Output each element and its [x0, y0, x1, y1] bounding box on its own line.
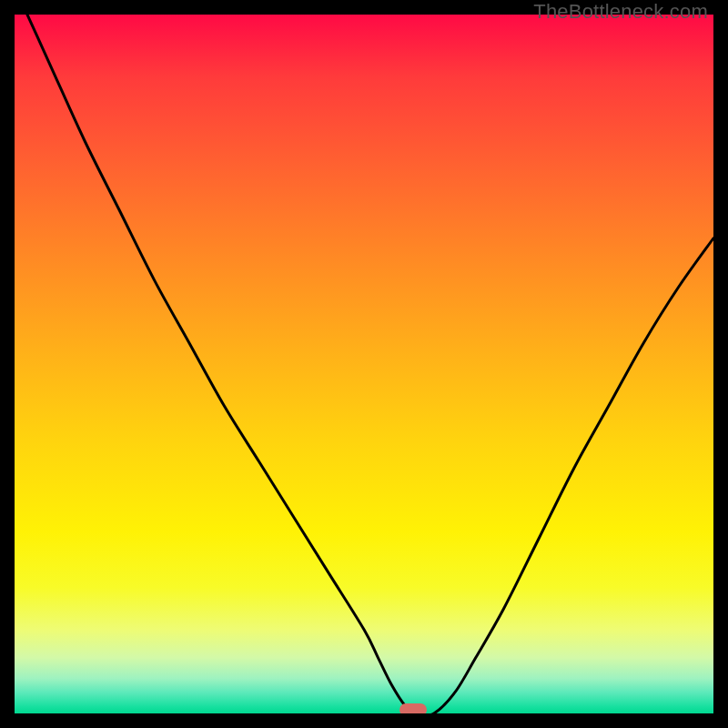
optimal-marker [399, 703, 427, 713]
watermark-text: TheBottleneck.com [533, 0, 708, 24]
chart-container: TheBottleneck.com [0, 0, 728, 728]
plot-area [15, 15, 713, 713]
bottleneck-curve [15, 15, 713, 713]
curve-svg [15, 15, 713, 713]
